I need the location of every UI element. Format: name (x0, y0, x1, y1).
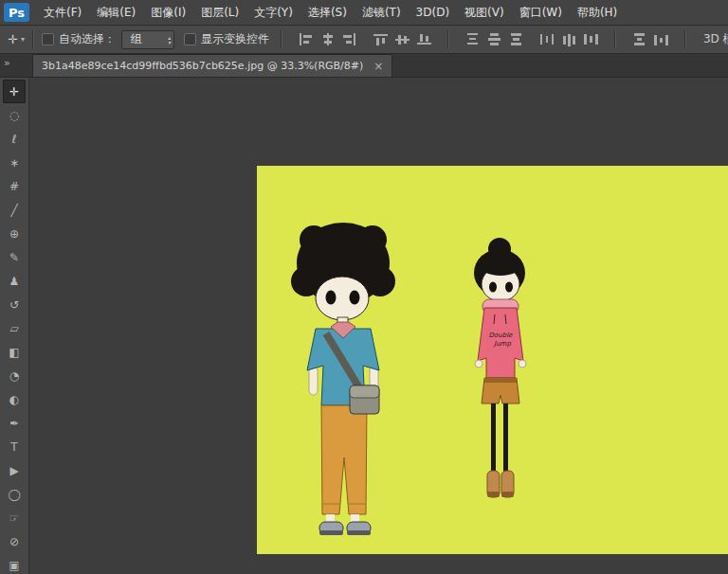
menu-image[interactable]: 图像(I) (143, 0, 193, 25)
distribute-bottom-edges-icon[interactable] (509, 33, 523, 45)
menu-select[interactable]: 选择(S) (300, 0, 355, 25)
menu-filter[interactable]: 滤镜(T) (355, 0, 409, 25)
gradient-tool-button[interactable]: ◧ (3, 340, 26, 364)
align-edges-group (295, 33, 360, 45)
menu-help[interactable]: 帮助(H) (570, 0, 625, 25)
history-brush-tool-button[interactable]: ↺ (3, 293, 26, 316)
document-tab-bar: » 3b1a48e89ce14cd99ffbd536b7cb625e.jpg @… (0, 54, 728, 78)
close-icon[interactable]: × (373, 60, 383, 73)
menu-file[interactable]: 文件(F) (36, 0, 89, 25)
auto-select-target-value: 组 (131, 31, 142, 47)
distribute-horizontal-centers-icon[interactable] (562, 33, 576, 45)
align-horizontal-centers-icon[interactable] (320, 33, 335, 45)
distribute-left-edges-icon[interactable] (540, 33, 555, 45)
auto-select-checkbox[interactable] (42, 33, 54, 45)
zoom-tool-button[interactable]: ⊘ (3, 529, 26, 553)
hoodie-text-line2: Jump (493, 340, 511, 348)
brush-tool-button[interactable]: ✎ (3, 245, 26, 269)
align-top-edges-icon[interactable] (373, 33, 388, 45)
distribute-spacing-group (628, 33, 672, 45)
path-selection-tool-button[interactable]: ▶ (3, 458, 26, 482)
lasso-tool-button[interactable]: ℓ (3, 127, 26, 151)
dodge-tool-button[interactable]: ◐ (3, 387, 26, 411)
distribute-vertical-centers-icon[interactable] (487, 33, 501, 45)
separator (614, 30, 616, 48)
separator (447, 30, 449, 48)
document-tab-title: 3b1a48e89ce14cd99ffbd536b7cb625e.jpg @ 3… (42, 60, 363, 72)
menu-edit[interactable]: 编辑(E) (89, 0, 143, 25)
align-right-edges-icon[interactable] (342, 33, 356, 45)
3d-mode-label: 3D 模式： (703, 31, 728, 47)
boy-character (291, 223, 395, 535)
menu-window[interactable]: 窗口(W) (512, 0, 570, 25)
show-transform-label: 显示变换控件 (201, 31, 269, 47)
show-transform-checkbox[interactable] (184, 33, 196, 45)
distribute-top-edges-icon[interactable] (465, 33, 480, 45)
tool-options-bar: ✛ ▾ 自动选择： 组 ▴▾ 显示变换控件 3D 模式： (0, 26, 728, 54)
menu-3d[interactable]: 3D(D) (409, 0, 457, 25)
auto-select-label: 自动选择： (59, 31, 116, 47)
collapse-panels-icon[interactable]: » (4, 57, 9, 69)
document-tab[interactable]: 3b1a48e89ce14cd99ffbd536b7cb625e.jpg @ 3… (32, 54, 392, 77)
quick-selection-tool-button[interactable]: ∗ (3, 151, 26, 174)
crop-tool-button[interactable]: # (3, 174, 26, 198)
type-tool-button[interactable]: T (3, 435, 26, 458)
dropdown-spinner-icon: ▴▾ (168, 35, 171, 45)
menu-type[interactable]: 文字(Y) (246, 0, 300, 25)
elliptical-marquee-tool-button[interactable]: ◌ (3, 103, 26, 127)
distribute-horizontal-group (537, 33, 602, 45)
tools-panel: ✛ ◌ ℓ ∗ # ╱ ⊕ ✎ ♟ ↺ ▱ ◧ ◔ ◐ ✒ T ▶ ◯ ☞ ⊘ … (0, 78, 29, 574)
hand-tool-button[interactable]: ☞ (3, 506, 26, 529)
document-image[interactable]: Double Jump (257, 166, 728, 554)
separator (281, 30, 282, 48)
menu-bar: Ps 文件(F) 编辑(E) 图像(I) 图层(L) 文字(Y) 选择(S) 滤… (0, 0, 728, 26)
move-tool-icon: ✛ (8, 32, 18, 46)
distribute-spacing-vertical-icon[interactable] (632, 33, 646, 45)
eyedropper-tool-button[interactable]: ╱ (3, 198, 26, 222)
chevron-down-icon: ▾ (21, 35, 25, 44)
photoshop-logo: Ps (4, 3, 29, 22)
distribute-spacing-horizontal-icon[interactable] (654, 33, 668, 45)
menu-view[interactable]: 视图(V) (457, 0, 512, 25)
menu-layer[interactable]: 图层(L) (193, 0, 246, 25)
align-bottom-edges-icon[interactable] (417, 33, 431, 45)
separator (32, 30, 34, 48)
color-swatches-button[interactable]: ▣ (3, 553, 26, 574)
align-vertical-group (370, 33, 435, 45)
ellipse-shape-tool-button[interactable]: ◯ (3, 482, 26, 506)
tool-preset-picker[interactable]: ✛ ▾ (8, 32, 25, 46)
girl-character: Double Jump (474, 238, 526, 497)
distribute-right-edges-icon[interactable] (584, 33, 598, 45)
separator (684, 30, 686, 48)
canvas-area[interactable]: Double Jump (29, 78, 728, 574)
pen-tool-button[interactable]: ✒ (3, 411, 26, 435)
blur-tool-button[interactable]: ◔ (3, 364, 26, 387)
eraser-tool-button[interactable]: ▱ (3, 316, 26, 340)
clone-stamp-tool-button[interactable]: ♟ (3, 269, 26, 293)
spot-healing-brush-tool-button[interactable]: ⊕ (3, 222, 26, 245)
distribute-vertical-group (462, 33, 527, 45)
auto-select-target-dropdown[interactable]: 组 ▴▾ (121, 30, 174, 49)
align-vertical-centers-icon[interactable] (395, 33, 410, 45)
hoodie-text-line1: Double (489, 332, 513, 339)
cartoon-characters-illustration: Double Jump (257, 166, 728, 554)
move-tool-button[interactable]: ✛ (3, 80, 26, 103)
align-left-edges-icon[interactable] (299, 33, 313, 45)
